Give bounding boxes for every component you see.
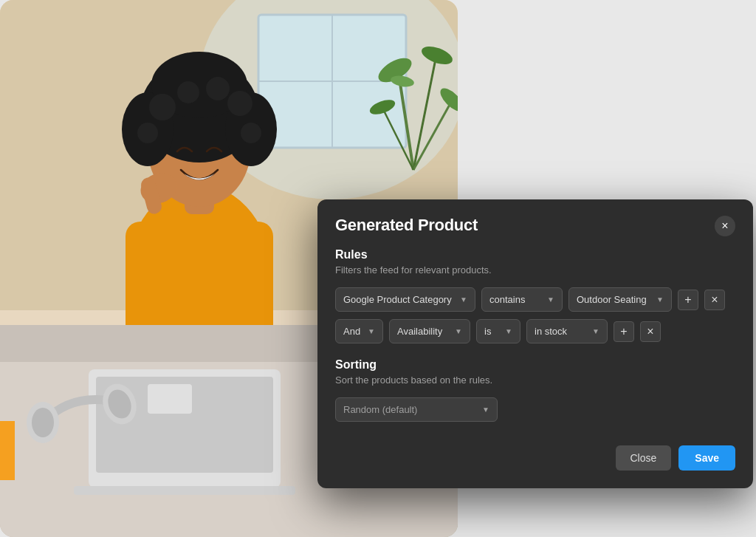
svg-rect-41 bbox=[0, 421, 15, 480]
is-dropdown[interactable]: is ▼ bbox=[476, 319, 520, 343]
and-dropdown[interactable]: And ▼ bbox=[335, 319, 383, 343]
category-value: Google Product Category bbox=[343, 294, 452, 305]
sort-dropdown[interactable]: Random (default) ▼ bbox=[335, 397, 498, 422]
rules-title: Rules bbox=[335, 248, 735, 261]
modal-footer: Close Save bbox=[317, 434, 753, 473]
is-value: is bbox=[484, 326, 491, 337]
chevron-down-icon: ▼ bbox=[505, 327, 512, 335]
rules-row-1: Google Product Category ▼ contains ▼ Out… bbox=[335, 287, 735, 312]
svg-point-28 bbox=[137, 123, 158, 143]
sorting-section: Sorting Sort the products based on the r… bbox=[335, 358, 735, 422]
save-button[interactable]: Save bbox=[678, 445, 735, 471]
modal-header: Generated Product × bbox=[317, 199, 753, 248]
rules-subtitle: Filters the feed for relevant products. bbox=[335, 264, 735, 276]
chevron-down-icon: ▼ bbox=[592, 327, 599, 335]
chevron-down-icon: ▼ bbox=[368, 327, 375, 335]
close-icon-button[interactable]: × bbox=[715, 216, 735, 236]
svg-point-38 bbox=[32, 408, 54, 437]
svg-rect-36 bbox=[74, 486, 295, 495]
svg-point-27 bbox=[227, 91, 252, 116]
condition-value: contains bbox=[489, 294, 525, 305]
category-dropdown[interactable]: Google Product Category ▼ bbox=[335, 287, 475, 312]
stock-value: in stock bbox=[535, 326, 567, 337]
sorting-title: Sorting bbox=[335, 358, 735, 372]
rules-section: Rules Filters the feed for relevant prod… bbox=[335, 248, 735, 343]
rules-row-2: And ▼ Availability ▼ is ▼ in stock ▼ bbox=[335, 319, 735, 343]
svg-point-24 bbox=[149, 94, 176, 120]
modal-title: Generated Product bbox=[335, 216, 478, 235]
svg-rect-42 bbox=[148, 384, 192, 414]
value-dropdown[interactable]: Outdoor Seating ▼ bbox=[568, 287, 672, 312]
svg-point-26 bbox=[206, 77, 230, 100]
remove-rule-button-2[interactable]: × bbox=[640, 321, 661, 342]
chevron-down-icon: ▼ bbox=[482, 406, 489, 414]
close-button[interactable]: Close bbox=[616, 445, 672, 471]
stock-dropdown[interactable]: in stock ▼ bbox=[526, 319, 608, 343]
sorting-subtitle: Sort the products based on the rules. bbox=[335, 374, 735, 386]
chevron-down-icon: ▼ bbox=[460, 295, 467, 304]
add-rule-button-1[interactable]: + bbox=[678, 290, 698, 310]
add-rule-button-2[interactable]: + bbox=[614, 321, 634, 342]
condition-dropdown[interactable]: contains ▼ bbox=[481, 287, 563, 312]
modal-dialog: Generated Product × Rules Filters the fe… bbox=[317, 199, 753, 488]
modal-body: Rules Filters the feed for relevant prod… bbox=[317, 248, 753, 422]
chevron-down-icon: ▼ bbox=[656, 295, 664, 304]
availability-dropdown[interactable]: Availability ▼ bbox=[389, 319, 470, 343]
value-text: Outdoor Seating bbox=[577, 294, 647, 305]
and-value: And bbox=[343, 326, 360, 337]
availability-value: Availability bbox=[397, 326, 442, 337]
remove-rule-button-1[interactable]: × bbox=[704, 290, 725, 310]
svg-point-25 bbox=[177, 81, 199, 103]
svg-point-29 bbox=[241, 123, 261, 143]
chevron-down-icon: ▼ bbox=[455, 327, 462, 335]
sort-value: Random (default) bbox=[343, 404, 417, 415]
chevron-down-icon: ▼ bbox=[547, 295, 554, 304]
